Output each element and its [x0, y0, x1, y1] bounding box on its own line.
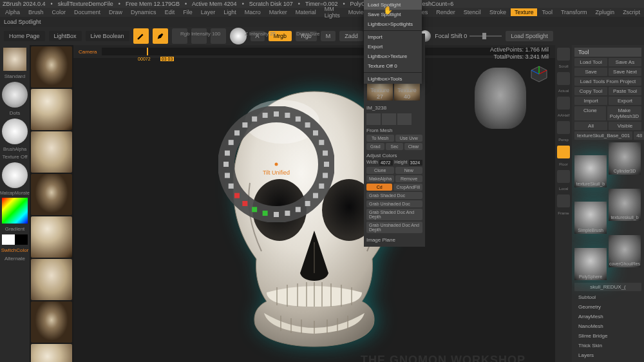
dropdown-item[interactable]: Import: [364, 32, 422, 42]
makepolymesh-button[interactable]: Make PolyMesh3D: [607, 106, 641, 120]
stats: ActivePoints: 1.766 Mil TotalPoints: 3.2…: [490, 46, 549, 61]
copytool-button[interactable]: Copy Tool: [574, 87, 607, 95]
brush-standard[interactable]: [2, 82, 28, 108]
subtool-item[interactable]: Layers: [574, 350, 641, 360]
focal-slider[interactable]: Focal Shift 0: [435, 33, 502, 39]
dropdown-item[interactable]: Export: [364, 42, 422, 52]
rightstrip-icon[interactable]: [557, 97, 570, 110]
texture-thumb[interactable]: [31, 259, 72, 300]
menu-transform[interactable]: Transform: [557, 8, 591, 16]
menu-zscript[interactable]: Zscript: [619, 8, 644, 16]
pastetool-button[interactable]: Paste Tool: [609, 87, 641, 95]
clone-button[interactable]: Clone: [574, 106, 606, 120]
texop-icon[interactable]: [382, 113, 396, 125]
rightstrip-icon[interactable]: [557, 195, 570, 207]
texture-thumb[interactable]: [31, 344, 72, 362]
subtool-item[interactable]: Geometry: [574, 302, 641, 312]
color-swatches[interactable]: [2, 234, 28, 245]
dropdown-item[interactable]: Lightbox>Tools: [364, 74, 422, 84]
menu-stencil[interactable]: Stencil: [460, 8, 485, 16]
tool-thumb[interactable]: SimpleBrush: [574, 202, 607, 234]
draw-icon[interactable]: [153, 28, 168, 44]
timeline[interactable]: Camera 00072 03 03: [73, 45, 555, 58]
tool-thumb[interactable]: textureskull_b: [609, 189, 641, 221]
alternate-label[interactable]: Alternate: [5, 256, 25, 262]
lightbox-button[interactable]: LightBox: [49, 31, 82, 41]
dropdown-item[interactable]: Lightbox>Spotlights: [364, 19, 422, 29]
svg-point-0: [252, 179, 307, 241]
saveas-button[interactable]: Save As: [609, 58, 641, 66]
shelf-icon[interactable]: [3, 48, 26, 71]
axis-gizmo[interactable]: [529, 64, 549, 84]
subtool-name[interactable]: skull_REDUX_(: [574, 283, 641, 291]
subtool-item[interactable]: Thick Skin: [574, 341, 641, 350]
menu-zplugin[interactable]: Zplugin: [592, 8, 619, 16]
subtool-item[interactable]: Subtool: [574, 292, 641, 302]
mesh-name[interactable]: textureSkull_Base_001: [574, 131, 632, 140]
texture-slot[interactable]: [2, 162, 28, 188]
save-button[interactable]: Save: [574, 68, 607, 76]
menu-brush[interactable]: Brush: [24, 8, 48, 16]
right-icon-strip: ScrollActualAAHalfPerspFloorLocalFrame: [555, 45, 572, 362]
rightstrip-icon[interactable]: [557, 146, 570, 158]
menu-layer[interactable]: Layer: [197, 8, 220, 16]
menu-stroke[interactable]: Stroke: [486, 8, 510, 16]
subtool-item[interactable]: Slime Bridge: [574, 331, 641, 341]
tool-thumb[interactable]: coverGhoulRes: [609, 235, 641, 267]
import-button[interactable]: Import: [574, 97, 607, 105]
menu-document[interactable]: Document: [70, 8, 104, 16]
texture-thumb[interactable]: [31, 131, 72, 173]
liveboolean-button[interactable]: Live Boolean: [86, 31, 129, 41]
watermark: THE GNOMON WORKSHOP: [361, 354, 526, 362]
rightstrip-icon[interactable]: [557, 121, 570, 134]
subtool-item[interactable]: NanoMesh: [574, 321, 641, 331]
subtool-item[interactable]: ArrayMesh: [574, 312, 641, 321]
switchcolor-label[interactable]: SwitchColor: [1, 247, 29, 253]
rightstrip-icon[interactable]: [557, 48, 570, 61]
texture-thumb[interactable]: [31, 174, 72, 215]
menu-alpha[interactable]: Alpha: [1, 8, 24, 16]
m-button[interactable]: M: [321, 31, 336, 41]
dropdown-item[interactable]: Save Spotlight: [364, 10, 422, 19]
tool-thumb[interactable]: Cylinder3D: [609, 142, 641, 175]
loadfromproject-button[interactable]: Load Tools From Project: [574, 77, 641, 86]
menu-dynamics[interactable]: Dynamics: [127, 8, 160, 16]
menu-texture[interactable]: Texture: [511, 8, 538, 16]
texop-icon[interactable]: [366, 113, 381, 125]
load-spotlight-button[interactable]: Load Spotlight: [506, 31, 553, 41]
load-tool-button[interactable]: Load Tool: [574, 58, 607, 66]
menu-color[interactable]: Color: [48, 8, 70, 16]
edit-icon[interactable]: [133, 28, 149, 44]
menu-edit[interactable]: Edit: [161, 8, 179, 16]
dropdown-item[interactable]: Lightbox>Texture: [364, 52, 422, 61]
texture-thumb[interactable]: [31, 216, 72, 258]
texture-thumb[interactable]: [31, 89, 72, 130]
savenext-button[interactable]: Save Next: [609, 68, 641, 76]
viewport[interactable]: Camera 00072 03 03 ActivePoints: 1.766 M…: [73, 45, 555, 362]
texture-thumb[interactable]: [31, 46, 72, 88]
visible-button[interactable]: Visible: [609, 122, 641, 130]
color-picker[interactable]: [2, 198, 28, 224]
menu-mm lights[interactable]: MM Lights: [321, 5, 344, 19]
menu-macro[interactable]: Macro: [241, 8, 265, 16]
zadd-button[interactable]: Zadd: [339, 31, 363, 41]
menu-tool[interactable]: Tool: [538, 8, 556, 16]
dropdown-item[interactable]: Load Spotlight: [364, 0, 422, 10]
menu-material[interactable]: Material: [292, 8, 320, 16]
menu-draw[interactable]: Draw: [105, 8, 126, 16]
home-button[interactable]: Home Page: [4, 31, 45, 41]
texture-thumb[interactable]: [31, 301, 72, 343]
menu-render[interactable]: Render: [432, 8, 459, 16]
dropdown-item[interactable]: Texture Off 0: [364, 61, 422, 71]
brush-alpha[interactable]: [2, 119, 28, 144]
rightstrip-icon[interactable]: [557, 170, 570, 183]
export-button[interactable]: Export: [609, 97, 641, 105]
all-button[interactable]: All: [574, 122, 607, 130]
menu-marker[interactable]: Marker: [265, 8, 291, 16]
menu-light[interactable]: Light: [220, 8, 240, 16]
tool-thumb[interactable]: PolySphere: [574, 248, 607, 280]
menu-file[interactable]: File: [179, 8, 196, 16]
tool-thumb[interactable]: textureSkull_b: [574, 155, 607, 187]
texop-icon[interactable]: [397, 113, 412, 125]
rightstrip-icon[interactable]: [557, 72, 570, 85]
